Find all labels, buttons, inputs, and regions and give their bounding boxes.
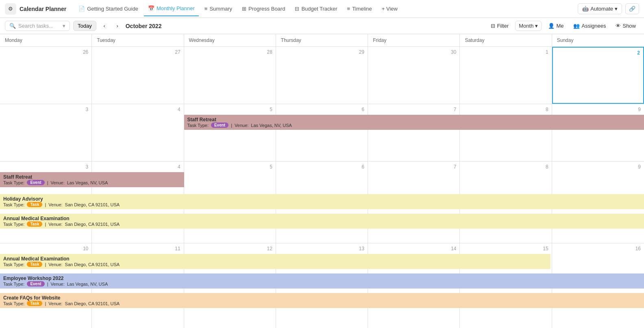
today-button[interactable]: Today: [73, 21, 96, 31]
day-cell-oct8[interactable]: 8: [460, 104, 552, 161]
search-box[interactable]: 🔍 Search tasks... ▾: [5, 21, 70, 31]
budget-icon: ⊟: [295, 6, 299, 12]
day-cell-oct6[interactable]: 6: [276, 104, 368, 161]
tab-monthly-planner-label: Monthly Planner: [157, 5, 195, 11]
ew-pipe: |: [47, 282, 48, 286]
day-cell-oct9[interactable]: 9: [552, 104, 644, 161]
next-month-button[interactable]: ›: [113, 21, 122, 31]
cf-pipe: |: [45, 301, 46, 306]
day-number-sep26: 26: [0, 47, 91, 56]
am1-title: Annual Medical Examination: [3, 216, 641, 221]
day-number-oct8: 8: [460, 104, 551, 113]
venue-value: Las Vegas, NV, USA: [251, 123, 292, 128]
day-cell-sep26[interactable]: 26: [0, 47, 92, 104]
am1-detail: Task Type: Task | Venue: San Diego, CA 9…: [3, 221, 641, 227]
cf-type-label: Task Type:: [3, 301, 24, 306]
event-create-faqs[interactable]: Create FAQs for Website Task Type: Task …: [0, 293, 644, 308]
day-cell-oct4[interactable]: 4: [92, 104, 184, 161]
day-cell-oct3[interactable]: 3: [0, 104, 92, 161]
prev-month-button[interactable]: ‹: [100, 21, 109, 31]
am1-badge: Task: [27, 221, 42, 227]
sr-detail: Task Type: Event | Venue: Las Vegas, NV,…: [3, 180, 181, 185]
tab-getting-started[interactable]: 📄 Getting Started Guide: [74, 2, 142, 16]
eye-icon: 👁: [616, 23, 621, 29]
sr-type-label: Task Type:: [3, 180, 24, 185]
top-nav: ⚙ Calendar Planner 📄 Getting Started Gui…: [0, 0, 644, 18]
timeline-icon: ≡: [347, 6, 350, 12]
event-holiday-advisory[interactable]: Holiday Advisory Task Type: Task | Venue…: [0, 194, 644, 209]
day-header-thursday: Thursday: [276, 34, 368, 46]
week-row-1: 26 27 28 29 30 1 2: [0, 47, 644, 104]
day-cell-oct1[interactable]: 1: [460, 47, 552, 104]
am1-venue-label: Venue:: [48, 222, 62, 227]
sr-venue-label: Venue:: [50, 180, 64, 185]
tab-timeline[interactable]: ≡ Timeline: [343, 2, 376, 16]
day-cell-oct5[interactable]: 5: [184, 104, 276, 161]
tab-budget-tracker[interactable]: ⊟ Budget Tracker: [291, 2, 341, 16]
toolbar: 🔍 Search tasks... ▾ Today ‹ › October 20…: [0, 18, 644, 34]
tab-add-view[interactable]: + View: [378, 2, 402, 16]
ha-venue: San Diego, CA 92101, USA: [65, 202, 120, 207]
filter-icon: ⊟: [491, 23, 495, 29]
cf-venue-label: Venue:: [48, 301, 62, 306]
ha-title: Holiday Advisory: [3, 196, 641, 202]
tab-progress-board[interactable]: ⊞ Progress Board: [238, 2, 289, 16]
ha-type-label: Task Type:: [3, 202, 24, 207]
day-cell-sep29[interactable]: 29: [276, 47, 368, 104]
day-cell-oct2[interactable]: 2: [552, 47, 644, 104]
day-number-sep29: 29: [276, 47, 368, 56]
day-number-oct14: 14: [368, 243, 459, 252]
event-staff-retreat-cont[interactable]: Staff Retreat Task Type: Event | Venue: …: [0, 172, 184, 187]
day-cell-sep28[interactable]: 28: [184, 47, 276, 104]
search-icon: 🔍: [9, 23, 16, 29]
day-number-w3-8: 8: [460, 162, 551, 171]
event-employee-workshop[interactable]: Employee Workshop 2022 Task Type: Event …: [0, 273, 644, 289]
list-icon: ≡: [205, 6, 208, 12]
tab-summary[interactable]: ≡ Summary: [200, 2, 236, 16]
am2-title: Annual Medical Examination: [3, 256, 547, 262]
assignees-button[interactable]: 👥 Assignees: [570, 21, 609, 31]
sr-title: Staff Retreat: [3, 174, 181, 180]
event-badge: Event: [211, 122, 228, 128]
tab-timeline-label: Timeline: [352, 6, 372, 12]
me-filter-button[interactable]: 👤 Me: [545, 21, 567, 31]
am2-badge: Task: [27, 262, 42, 267]
ew-type-label: Task Type:: [3, 282, 24, 286]
cf-badge: Task: [27, 301, 42, 306]
assignees-icon: 👥: [573, 23, 580, 29]
automate-button[interactable]: 🤖 Automate ▾: [578, 3, 622, 14]
person-icon: 👤: [548, 23, 555, 29]
day-number-oct13: 13: [276, 243, 368, 252]
day-number-sep28: 28: [184, 47, 276, 56]
event-annual-medical-2[interactable]: Annual Medical Examination Task Type: Ta…: [0, 254, 550, 269]
day-number-w3-7: 7: [368, 162, 459, 171]
day-headers: Monday Tuesday Wednesday Thursday Friday…: [0, 34, 644, 47]
day-cell-sep27[interactable]: 27: [92, 47, 184, 104]
board-icon: ⊞: [242, 6, 246, 12]
venue-label: Venue:: [235, 123, 248, 128]
am1-pipe: |: [45, 222, 46, 227]
month-chevron-icon: ▾: [535, 23, 538, 29]
filter-button[interactable]: ⊟ Filter: [487, 21, 512, 31]
day-cell-oct7[interactable]: 7: [368, 104, 460, 161]
share-button[interactable]: 🔗: [625, 3, 639, 14]
month-label: Month: [519, 23, 533, 29]
tab-progress-board-label: Progress Board: [248, 6, 285, 12]
show-label: Show: [622, 23, 636, 29]
show-button[interactable]: 👁 Show: [612, 21, 639, 31]
tab-monthly-planner[interactable]: 📅 Monthly Planner: [144, 2, 199, 16]
event-title: Staff Retreat: [187, 117, 641, 122]
automate-icon: 🤖: [582, 6, 589, 12]
cf-title: Create FAQs for Website: [3, 295, 641, 301]
day-number-oct16: 16: [552, 243, 644, 252]
day-number-w3-6: 6: [276, 162, 368, 171]
tab-getting-started-label: Getting Started Guide: [87, 6, 138, 12]
event-staff-retreat-week2[interactable]: Staff Retreat Task Type: Event | Venue: …: [184, 115, 644, 130]
month-view-button[interactable]: Month ▾: [515, 21, 542, 31]
doc-icon: 📄: [78, 6, 85, 12]
event-annual-medical-1[interactable]: Annual Medical Examination Task Type: Ta…: [0, 214, 644, 229]
am2-venue-label: Venue:: [48, 262, 62, 267]
day-cell-sep30[interactable]: 30: [368, 47, 460, 104]
ew-venue: Las Vegas, NV, USA: [67, 282, 108, 286]
day-header-wednesday: Wednesday: [184, 34, 276, 46]
